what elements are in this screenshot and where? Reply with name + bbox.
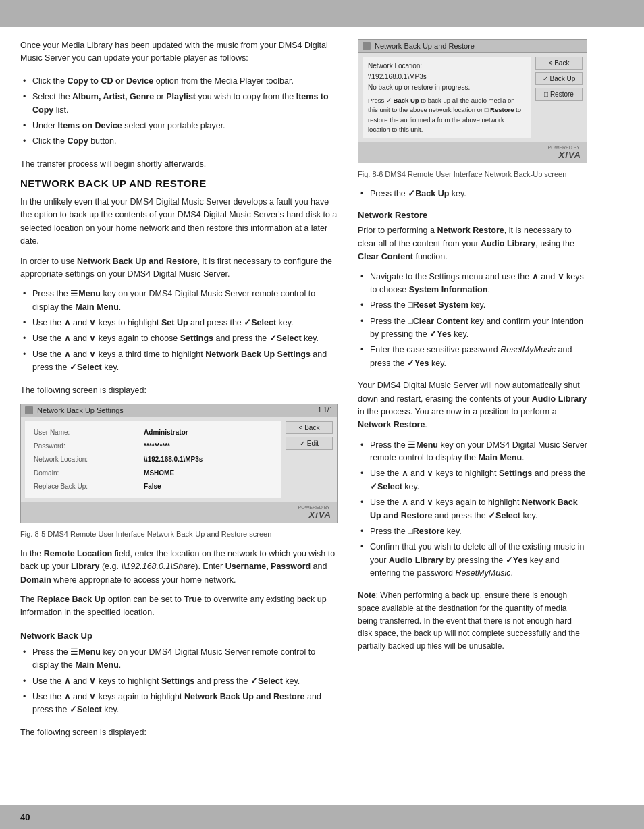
bullet-network-backup: Use the ∧ and ∨ keys a third time to hig…: [20, 348, 338, 375]
auto-shutdown-text: Your DMS4 Digital Music Server will now …: [358, 379, 587, 432]
intro-paragraph: Once your Media Library has been updated…: [20, 39, 338, 65]
bullet-network-backup2: Use the ∧ and ∨ keys again to highlight …: [20, 691, 338, 717]
right-column: Network Back Up and Restore Network Loca…: [358, 39, 587, 746]
screen2-footer: POWERED BY XiVA: [358, 142, 587, 163]
restore-intro: Prior to performing a Network Restore, i…: [358, 224, 587, 263]
note-text: Note: When performing a back up, ensure …: [358, 589, 587, 652]
bullet-confirm-restore: Confirm that you wish to delete all of t…: [358, 541, 587, 580]
bullet-settings-restore: Use the ∧ and ∨ keys to highlight Settin…: [358, 467, 587, 493]
screen1-main: User Name: Administrator Password: *****…: [25, 421, 281, 498]
screen1-back-button[interactable]: < Back: [286, 421, 333, 434]
value-domain: MSHOME: [142, 467, 275, 479]
bullet-setup: Use the ∧ and ∨ keys to highlight Set Up…: [20, 317, 338, 329]
bullet-album: Select the Album, Artist, Genre or Playl…: [20, 90, 338, 117]
press-backup-bullet: Press the ✓Back Up key.: [358, 188, 587, 200]
screen2-back-button[interactable]: < Back: [535, 57, 583, 70]
value-replace: False: [142, 481, 275, 493]
content-area: Once your Media Library has been updated…: [0, 27, 644, 766]
powered-by-label: POWERED BY: [298, 505, 330, 510]
in-order-text: In order to use Network Back Up and Rest…: [20, 255, 338, 282]
value-username: Administrator: [142, 427, 275, 439]
following-screen-text: The following screen is displayed:: [20, 384, 338, 397]
bullet-reset-system: Press the □Reset System key.: [358, 299, 587, 312]
table-row: Network Location: \\192.168.0.1\MP3s: [32, 454, 275, 466]
screen2-backup-button[interactable]: ✓ Back Up: [535, 72, 583, 85]
screen2-restore-button[interactable]: □ Restore: [535, 88, 583, 101]
screen2-title-icon: [363, 42, 371, 50]
transfer-text: The transfer process will begin shortly …: [20, 158, 338, 171]
left-column: Once your Media Library has been updated…: [20, 39, 338, 746]
xiva-logo-wrapper: POWERED BY XiVA: [298, 505, 331, 520]
screen1-page-indicator: 1 1/1: [318, 406, 333, 414]
bullet-restore-key: Press the □Restore key.: [358, 525, 587, 538]
bullet-password: Enter the case sensitive password ResetM…: [358, 344, 587, 370]
screen1-title-icon: [25, 406, 33, 414]
screen2-sidebar: < Back ✓ Back Up □ Restore: [535, 57, 583, 138]
backup-bullets: Press the ☰Menu key on your DMS4 Digital…: [20, 646, 338, 717]
screen1-title: Network Back Up Settings: [37, 406, 124, 414]
table-row: Password: **********: [32, 440, 275, 452]
bullet-navigate-settings: Navigate to the Settings menu and use th…: [358, 271, 587, 297]
screen-mockup-1: Network Back Up Settings 1 1/1 User Name…: [20, 404, 338, 523]
table-row: Replace Back Up: False: [32, 481, 275, 493]
restore-bullets: Navigate to the Settings menu and use th…: [358, 271, 587, 371]
screen1-title-bar: Network Back Up Settings 1 1/1: [21, 404, 337, 417]
value-password: **********: [142, 440, 275, 452]
bullet-menu-restore: Press the ☰Menu key on your DMS4 Digital…: [358, 439, 587, 465]
xiva-logo: XiVA: [298, 510, 331, 520]
bullet-copy-cd: Click the Copy to CD or Device option fr…: [20, 75, 338, 88]
screen2-body: Network Location: \\192.168.0.1\MP3s No …: [358, 53, 587, 142]
label-replace: Replace Back Up:: [32, 481, 140, 493]
fig2-caption: Fig. 8-6 DMS4 Remote User Interface Netw…: [358, 170, 587, 178]
xiva-logo2: XiVA: [548, 150, 581, 160]
bullet-clear-content: Press the □Clear Content key and confirm…: [358, 315, 587, 342]
value-network: \\192.168.0.1\MP3s: [142, 454, 275, 466]
screen-mockup-2: Network Back Up and Restore Network Loca…: [358, 39, 587, 163]
page-number: 40: [20, 812, 30, 822]
screen2-description: Press ✓ Back Up to back up all the audio…: [368, 96, 526, 134]
section-intro: In the unlikely even that your DMS4 Digi…: [20, 196, 338, 248]
bullet-menu: Press the ☰Menu key on your DMS4 Digital…: [20, 288, 338, 314]
label-password: Password:: [32, 440, 140, 452]
page-wrapper: Once your Media Library has been updated…: [0, 0, 644, 829]
bullet-copy-btn: Click the Copy button.: [20, 135, 338, 148]
intro-bullets: Click the Copy to CD or Device option fr…: [20, 75, 338, 149]
screen2-title: Network Back Up and Restore: [375, 42, 475, 50]
screen1-sidebar: < Back ✓ Edit: [286, 421, 333, 498]
bullet-network-restore: Use the ∧ and ∨ keys again to highlight …: [358, 496, 587, 523]
remote-location-text: In the Remote Location field, enter the …: [20, 547, 338, 587]
screen2-location-label: Network Location: \\192.168.0.1\MP3s No …: [368, 61, 526, 93]
table-row: User Name: Administrator: [32, 427, 275, 439]
bullet-press-backup: Press the ✓Back Up key.: [358, 188, 587, 200]
following-screen-text2: The following screen is displayed:: [20, 726, 338, 739]
bullet-menu-backup: Press the ☰Menu key on your DMS4 Digital…: [20, 646, 338, 672]
replace-backup-text: The Replace Back Up option can be set to…: [20, 593, 338, 620]
screen2-title-bar: Network Back Up and Restore: [358, 40, 587, 53]
screen1-footer: POWERED BY XiVA: [21, 502, 337, 523]
restore-bullets2: Press the ☰Menu key on your DMS4 Digital…: [358, 439, 587, 581]
fig1-caption: Fig. 8-5 DMS4 Remote User Interface Netw…: [20, 530, 338, 538]
top-bar: [0, 0, 644, 27]
status-text: No back up or restore in progress.: [368, 84, 470, 91]
location-label: Network Location:: [368, 62, 422, 70]
screen1-body: User Name: Administrator Password: *****…: [21, 417, 337, 502]
setup-bullets: Press the ☰Menu key on your DMS4 Digital…: [20, 288, 338, 374]
section-heading-network: NETWORK BACK UP AND RESTORE: [20, 178, 338, 189]
sub-heading-restore: Network Restore: [358, 210, 587, 220]
bullet-items-on-device: Under Items on Device select your portab…: [20, 119, 338, 132]
label-network: Network Location:: [32, 454, 140, 466]
screen1-table: User Name: Administrator Password: *****…: [30, 425, 276, 494]
bullet-settings: Use the ∧ and ∨ keys again to choose Set…: [20, 332, 338, 345]
bullet-settings-backup: Use the ∧ and ∨ keys to highlight Settin…: [20, 675, 338, 688]
table-row: Domain: MSHOME: [32, 467, 275, 479]
location-value: \\192.168.0.1\MP3s: [368, 73, 427, 80]
bottom-bar: 40: [0, 805, 644, 829]
screen1-edit-button[interactable]: ✓ Edit: [286, 437, 333, 450]
screen2-main: Network Location: \\192.168.0.1\MP3s No …: [363, 57, 531, 138]
powered-by-label2: POWERED BY: [548, 145, 580, 150]
sub-heading-backup: Network Back Up: [20, 631, 338, 641]
xiva-logo-wrapper2: POWERED BY XiVA: [548, 145, 581, 160]
label-username: User Name:: [32, 427, 140, 439]
label-domain: Domain:: [32, 467, 140, 479]
